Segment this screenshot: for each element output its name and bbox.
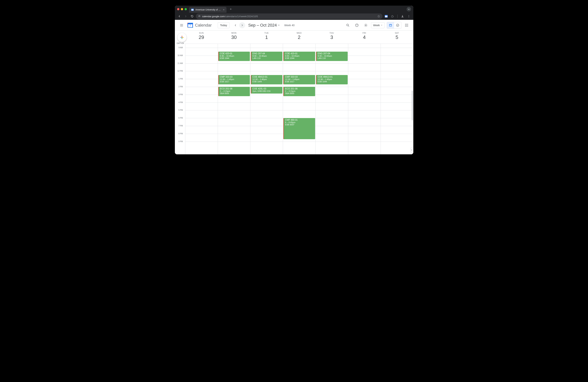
chevron-down-icon <box>381 24 382 26</box>
site-info-icon[interactable] <box>198 15 201 18</box>
search-button[interactable] <box>344 21 352 29</box>
maximize-window-button[interactable] <box>185 8 187 10</box>
day-column[interactable] <box>348 44 380 154</box>
today-button[interactable]: Today <box>218 22 230 28</box>
event-location: LAN 110 <box>318 57 347 59</box>
day-header[interactable]: WED2 <box>283 31 315 43</box>
calendar-event[interactable]: CMP 333-0312:30 – 1:45pmESB 1017 <box>218 75 250 84</box>
prev-week-button[interactable] <box>232 22 238 28</box>
grid-body: COE 420-019:30 – 10:45amESB 1044CMP 333-… <box>185 44 413 154</box>
event-location: ESB 1044 <box>318 81 347 83</box>
browser-chrome: 7 American University of Sharj… × + <box>175 6 413 20</box>
svg-point-25 <box>407 25 408 26</box>
day-header[interactable]: SUN29 <box>185 31 218 43</box>
reload-button[interactable] <box>189 14 195 19</box>
event-time: 9:30 – 10:45am <box>252 55 281 57</box>
date-range-picker[interactable]: Sep – Oct 2024 <box>248 23 280 28</box>
view-toggle-group <box>387 22 401 29</box>
next-week-button[interactable] <box>239 22 245 28</box>
hour-gridline <box>251 142 283 142</box>
day-number-label: 4 <box>363 34 366 40</box>
event-time: 12:30 – 1:45pm <box>220 78 249 81</box>
time-column: GMT+04 9 AM10 AM11 AM12 PM1 PM2 PM3 PM4 … <box>175 31 185 154</box>
hour-label: 9 AM <box>179 47 184 54</box>
main-menu-button[interactable] <box>178 21 185 29</box>
event-title: ECO 201-06 <box>285 87 314 90</box>
hour-gridline <box>283 142 315 142</box>
calendar-event[interactable]: COE 49413-0112:30 – 1:45pmESB 1044 <box>316 75 348 84</box>
extensions-icon[interactable] <box>390 14 395 19</box>
browser-tab[interactable]: 7 American University of Sharj… × <box>189 7 227 13</box>
day-header[interactable]: FRI4 <box>348 31 380 43</box>
hour-label: 8 PM <box>178 133 184 141</box>
calendar-event[interactable]: ECO 201-062 – 3:15pmSBA 0005 <box>218 87 250 96</box>
day-column[interactable] <box>380 44 413 154</box>
calendar-view-toggle[interactable] <box>387 22 394 28</box>
hour-gridline <box>381 103 413 103</box>
calendar-event[interactable]: COE 49413-0112:30 – 1:45pmESB 1044 <box>251 75 282 84</box>
calendar-event[interactable]: ECO 201-062 – 3:15pmSBA 0005 <box>283 87 315 96</box>
hour-gridline <box>348 103 380 103</box>
hour-gridline <box>316 142 348 142</box>
svg-point-7 <box>408 15 409 16</box>
day-column[interactable]: COE 420-019:30 – 10:45amESB 1044CMP 333-… <box>218 44 250 154</box>
tasks-view-toggle[interactable] <box>394 22 401 28</box>
svg-rect-4 <box>198 16 200 17</box>
calendar-event[interactable]: CMP 490-016 – 8:45pmESB 0037 <box>283 118 315 139</box>
address-bar[interactable]: calendar.google.com/calendar/u/1/r/week/… <box>196 14 382 19</box>
day-column[interactable]: COE 420-019:30 – 10:45amESB 1044CMP 333-… <box>283 44 315 154</box>
hour-gridline <box>185 134 218 134</box>
help-button[interactable]: ? <box>353 21 360 29</box>
svg-point-23 <box>405 25 406 26</box>
calendar-event[interactable]: ENG 207-049:30 – 10:45amLAN 110 <box>251 52 282 61</box>
close-window-button[interactable] <box>177 8 179 10</box>
calendar-event[interactable]: ENG 207-049:30 – 10:45amLAN 110 <box>316 52 348 61</box>
calendar-event[interactable]: COE 420-019:30 – 10:45amESB 1044 <box>283 52 315 61</box>
event-time: 9:30 – 10:45am <box>318 55 347 57</box>
calendar-extension-icon[interactable] <box>384 14 389 19</box>
hour-gridline <box>283 103 315 103</box>
browser-menu-icon[interactable] <box>406 14 411 19</box>
forward-button[interactable] <box>183 14 188 19</box>
url-text: calendar.google.com/calendar/u/1/r/week/… <box>202 15 258 18</box>
hour-gridline <box>185 48 218 48</box>
new-tab-button[interactable]: + <box>228 6 233 12</box>
event-time: 12:30 – 1:45pm <box>318 78 347 81</box>
calendar-event[interactable]: COE 420L-032pm, ERB EB2-216 <box>251 87 282 94</box>
hour-gridline <box>348 56 380 56</box>
hour-gridline <box>316 87 348 87</box>
tab-title: American University of Sharj… <box>195 8 222 11</box>
day-column[interactable]: ENG 207-049:30 – 10:45amLAN 110COE 49413… <box>315 44 348 154</box>
plus-icon <box>179 35 185 40</box>
event-location: ESB 1044 <box>285 57 314 59</box>
day-header[interactable]: THU3 <box>315 31 348 43</box>
event-location: ESB 0037 <box>285 124 314 126</box>
tab-overflow-button[interactable] <box>407 7 411 11</box>
back-button[interactable] <box>177 14 182 19</box>
view-selector[interactable]: Week <box>371 22 384 28</box>
event-time: 2pm, ERB EB2-216 <box>252 90 281 92</box>
settings-button[interactable] <box>362 21 370 29</box>
downloads-icon[interactable] <box>400 14 405 19</box>
calendar-header: 7 Calendar Today Sep – Oct 2024 Week 40 … <box>175 20 413 31</box>
scrollbar[interactable] <box>412 90 413 121</box>
calendar-event[interactable]: COE 420-019:30 – 10:45amESB 1044 <box>218 52 250 61</box>
bookmark-star-icon[interactable] <box>377 15 380 18</box>
day-column[interactable] <box>185 44 218 154</box>
hour-gridline <box>185 110 218 110</box>
hour-gridline <box>185 95 218 95</box>
google-apps-button[interactable] <box>403 21 410 29</box>
day-header[interactable]: TUE1 <box>250 31 283 43</box>
tab-favicon-icon: 7 <box>191 8 194 11</box>
app-logo[interactable]: 7 Calendar <box>187 22 212 29</box>
hour-label: 6 PM <box>178 117 184 125</box>
hour-gridline <box>381 48 413 48</box>
minimize-window-button[interactable] <box>181 8 183 10</box>
calendar-event[interactable]: CMP 333-0312:30 – 1:45pmESB 1017 <box>283 75 315 84</box>
create-button[interactable] <box>177 33 187 42</box>
day-column[interactable]: ENG 207-049:30 – 10:45amLAN 110COE 49413… <box>250 44 283 154</box>
day-header[interactable]: MON30 <box>218 31 250 43</box>
day-header[interactable]: SAT5 <box>380 31 413 43</box>
hour-gridline <box>218 48 250 48</box>
tab-close-icon[interactable]: × <box>223 8 224 11</box>
